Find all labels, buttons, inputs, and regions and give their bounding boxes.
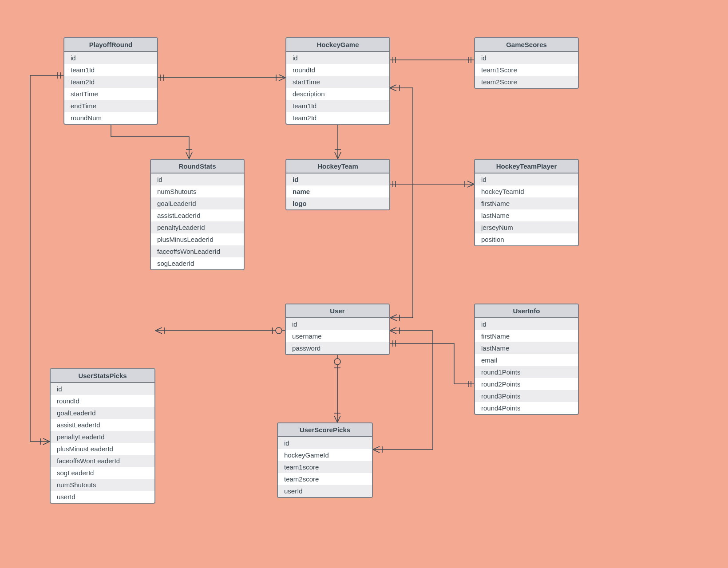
field: numShutouts xyxy=(51,479,154,491)
field: jerseyNum xyxy=(475,221,578,233)
entity-userstatspicks: UserStatsPicks id roundId goalLeaderId a… xyxy=(50,368,155,504)
entity-hockeyteamplayer: HockeyTeamPlayer id hockeyTeamId firstNa… xyxy=(474,159,579,246)
field: userId xyxy=(278,485,372,497)
field: faceoffsWonLeaderId xyxy=(151,245,244,257)
field: round1Points xyxy=(475,366,578,378)
entity-header: PlayoffRound xyxy=(64,38,157,52)
entity-header: HockeyTeam xyxy=(286,160,389,174)
field: penaltyLeaderId xyxy=(151,221,244,233)
field: logo xyxy=(286,197,389,209)
field: id xyxy=(151,174,244,185)
field: team2Id xyxy=(64,76,157,88)
field: lastName xyxy=(475,342,578,354)
field: id xyxy=(475,318,578,330)
field: team2score xyxy=(278,473,372,485)
entity-header: UserStatsPicks xyxy=(51,369,154,383)
entity-header: RoundStats xyxy=(151,160,244,174)
field: plusMinusLeaderId xyxy=(151,233,244,245)
field: goalLeaderId xyxy=(51,407,154,419)
entity-playoffround: PlayoffRound id team1Id team2Id startTim… xyxy=(63,37,158,125)
field: firstName xyxy=(475,330,578,342)
field: id xyxy=(286,318,389,330)
field: team1score xyxy=(278,461,372,473)
entity-header: GameScores xyxy=(475,38,578,52)
field: password xyxy=(286,342,389,354)
entity-header: UserScorePicks xyxy=(278,423,372,437)
field: faceoffsWonLeaderId xyxy=(51,455,154,467)
field: team1Score xyxy=(475,64,578,76)
entity-header: HockeyGame xyxy=(286,38,389,52)
entity-gamescores: GameScores id team1Score team2Score xyxy=(474,37,579,89)
field: id xyxy=(475,52,578,64)
field: description xyxy=(286,88,389,100)
field: endTime xyxy=(64,100,157,112)
entity-hockeyteam: HockeyTeam id name logo xyxy=(285,159,390,210)
entity-userinfo: UserInfo id firstName lastName email rou… xyxy=(474,304,579,415)
field: round2Points xyxy=(475,378,578,390)
field: numShutouts xyxy=(151,185,244,197)
field: team1Id xyxy=(286,100,389,112)
field: id xyxy=(278,437,372,449)
field: hockeyGameId xyxy=(278,449,372,461)
field: id xyxy=(51,383,154,395)
field: name xyxy=(286,185,389,197)
field: assistLeaderId xyxy=(51,419,154,431)
field: goalLeaderId xyxy=(151,197,244,209)
entity-header: HockeyTeamPlayer xyxy=(475,160,578,174)
field: team1Id xyxy=(64,64,157,76)
field: assistLeaderId xyxy=(151,209,244,221)
field: position xyxy=(475,233,578,245)
field: round3Points xyxy=(475,390,578,402)
field: startTime xyxy=(286,76,389,88)
field: email xyxy=(475,354,578,366)
field: sogLeaderId xyxy=(151,257,244,269)
field: roundId xyxy=(51,395,154,407)
field: id xyxy=(64,52,157,64)
field: penaltyLeaderId xyxy=(51,431,154,443)
field: userId xyxy=(51,491,154,503)
field: hockeyTeamId xyxy=(475,185,578,197)
field: username xyxy=(286,330,389,342)
field: sogLeaderId xyxy=(51,467,154,479)
entity-roundstats: RoundStats id numShutouts goalLeaderId a… xyxy=(150,159,245,270)
svg-point-34 xyxy=(334,359,340,365)
field: team2Score xyxy=(475,76,578,88)
entity-user: User id username password xyxy=(285,304,390,355)
field: plusMinusLeaderId xyxy=(51,443,154,455)
field: lastName xyxy=(475,209,578,221)
entity-hockeygame: HockeyGame id roundId startTime descript… xyxy=(285,37,390,125)
field: id xyxy=(475,174,578,185)
field: firstName xyxy=(475,197,578,209)
field: round4Points xyxy=(475,402,578,414)
field: startTime xyxy=(64,88,157,100)
field: team2Id xyxy=(286,112,389,124)
field: id xyxy=(286,174,389,185)
entity-userscorepicks: UserScorePicks id hockeyGameId team1scor… xyxy=(277,422,373,498)
field: roundNum xyxy=(64,112,157,124)
field: id xyxy=(286,52,389,64)
entity-header: User xyxy=(286,304,389,318)
field: roundId xyxy=(286,64,389,76)
entity-header: UserInfo xyxy=(475,304,578,318)
svg-point-27 xyxy=(276,327,282,334)
